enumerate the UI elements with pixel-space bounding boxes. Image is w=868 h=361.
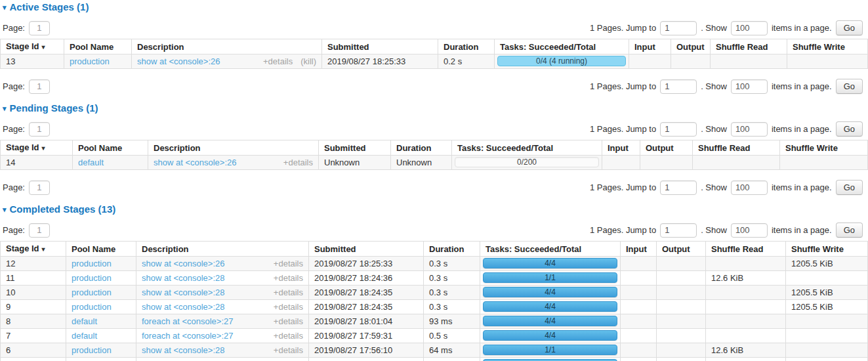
- tasks-progress-bar: 0/4 (4 running): [497, 56, 626, 66]
- details-link[interactable]: +details: [274, 259, 303, 268]
- column-header-label: Tasks: Succeeded/Total: [486, 244, 581, 254]
- column-header-shuffle-read[interactable]: Shuffle Read: [706, 242, 786, 257]
- submitted-cell: 2019/08/27 18:24:35: [309, 286, 424, 300]
- go-button[interactable]: Go: [836, 121, 863, 137]
- description-link[interactable]: foreach at <console>:27: [142, 331, 234, 341]
- pool-link[interactable]: default: [78, 158, 104, 167]
- details-link[interactable]: +details: [274, 287, 303, 297]
- column-header-output[interactable]: Output: [640, 140, 693, 156]
- column-header-output[interactable]: Output: [671, 39, 711, 54]
- tasks-progress-label: 4/4: [545, 259, 556, 268]
- jump-to-page-input[interactable]: [660, 180, 697, 195]
- section-title-active[interactable]: ▾Active Stages (1): [3, 1, 868, 12]
- column-header-shuffle-read[interactable]: Shuffle Read: [711, 39, 787, 54]
- column-header-output[interactable]: Output: [657, 242, 706, 257]
- description-link[interactable]: show at <console>:28: [142, 302, 224, 312]
- column-header-submitted[interactable]: Submitted: [319, 140, 391, 156]
- details-link[interactable]: +details: [263, 56, 293, 66]
- column-header-description[interactable]: Description: [148, 140, 319, 156]
- kill-link[interactable]: (kill): [300, 56, 316, 66]
- column-header-duration[interactable]: Duration: [438, 39, 495, 54]
- pool-link[interactable]: production: [72, 259, 112, 268]
- column-header-input[interactable]: Input: [621, 242, 657, 257]
- column-header-tasks[interactable]: Tasks: Succeeded/Total: [452, 140, 602, 156]
- column-header-stage-id[interactable]: Stage Id▾: [1, 39, 64, 54]
- column-header-tasks[interactable]: Tasks: Succeeded/Total: [495, 39, 629, 54]
- go-button[interactable]: Go: [836, 223, 863, 238]
- pool-link[interactable]: production: [70, 56, 110, 66]
- go-button[interactable]: Go: [836, 20, 863, 35]
- tasks-progress-bar: 4/4: [483, 316, 617, 326]
- page-number-input[interactable]: [29, 180, 50, 195]
- page-number-input[interactable]: [29, 21, 50, 35]
- column-header-submitted[interactable]: Submitted: [309, 242, 424, 257]
- pages-jump-text: 1 Pages. Jump to: [590, 124, 656, 134]
- details-link[interactable]: +details: [283, 158, 313, 167]
- details-link[interactable]: +details: [274, 273, 303, 283]
- details-link[interactable]: +details: [274, 302, 303, 312]
- pool-cell: production: [66, 286, 136, 300]
- details-link[interactable]: +details: [274, 331, 303, 341]
- description-link[interactable]: show at <console>:26: [142, 259, 224, 268]
- column-header-shuffle-read[interactable]: Shuffle Read: [693, 140, 780, 156]
- sort-arrow-icon: ▾: [42, 144, 45, 152]
- column-header-duration[interactable]: Duration: [424, 242, 480, 257]
- jump-to-page-input[interactable]: [660, 79, 697, 94]
- column-header-shuffle-write[interactable]: Shuffle Write: [780, 140, 868, 156]
- input-cell: [621, 271, 657, 286]
- column-header-shuffle-write[interactable]: Shuffle Write: [786, 242, 868, 257]
- pool-link[interactable]: production: [72, 287, 112, 297]
- column-header-label: Output: [662, 244, 690, 254]
- section-title-pending[interactable]: ▾Pending Stages (1): [3, 102, 868, 114]
- column-header-stage-id[interactable]: Stage Id▾: [1, 242, 66, 257]
- items-per-page-input[interactable]: [731, 122, 768, 137]
- column-header-description[interactable]: Description: [136, 242, 309, 257]
- description-link[interactable]: show at <console>:26: [137, 56, 220, 66]
- description-link[interactable]: show at <console>:28: [142, 287, 224, 297]
- details-link[interactable]: +details: [274, 316, 303, 326]
- section-title-completed[interactable]: ▾Completed Stages (13): [3, 203, 868, 215]
- pool-link[interactable]: default: [72, 316, 97, 326]
- column-header-input[interactable]: Input: [629, 39, 671, 54]
- items-per-page-input[interactable]: [731, 79, 768, 94]
- go-button[interactable]: Go: [836, 180, 863, 195]
- column-header-pool[interactable]: Pool Name: [66, 242, 136, 257]
- page-number-input[interactable]: [29, 79, 50, 94]
- items-per-page-input[interactable]: [731, 180, 768, 195]
- column-header-shuffle-write[interactable]: Shuffle Write: [787, 39, 868, 54]
- page-number-input[interactable]: [29, 122, 50, 137]
- column-header-submitted[interactable]: Submitted: [322, 39, 438, 54]
- pagination-bottom: Page:1 Pages. Jump to. Showitems in a pa…: [3, 180, 863, 195]
- column-header-description[interactable]: Description: [132, 39, 322, 54]
- stage-row: 14defaultshow at <console>:26+detailsUnk…: [1, 156, 868, 170]
- jump-to-page-input[interactable]: [660, 122, 697, 137]
- go-button[interactable]: Go: [836, 79, 863, 94]
- pool-link[interactable]: production: [72, 302, 112, 312]
- pool-link[interactable]: default: [72, 331, 97, 341]
- jump-to-page-input[interactable]: [660, 21, 697, 35]
- description-link[interactable]: foreach at <console>:27: [142, 316, 234, 326]
- column-header-input[interactable]: Input: [602, 140, 640, 156]
- page-number-input[interactable]: [29, 223, 50, 238]
- input-cell: [621, 358, 657, 361]
- jump-to-page-input[interactable]: [660, 223, 697, 238]
- description-link[interactable]: show at <console>:26: [154, 158, 236, 167]
- column-header-pool[interactable]: Pool Name: [64, 39, 132, 54]
- details-link[interactable]: +details: [274, 345, 303, 355]
- description-link[interactable]: show at <console>:28: [142, 273, 224, 283]
- column-header-label: Output: [676, 42, 705, 52]
- duration-cell: 93 ms: [424, 314, 480, 329]
- description-link[interactable]: show at <console>:28: [142, 345, 224, 355]
- shuffle-read-cell: [706, 257, 786, 271]
- column-header-duration[interactable]: Duration: [391, 140, 452, 156]
- column-header-tasks[interactable]: Tasks: Succeeded/Total: [480, 242, 621, 257]
- column-header-label: Input: [634, 42, 655, 52]
- pagination-controls: 1 Pages. Jump to. Showitems in a page.Go: [590, 121, 863, 137]
- pool-link[interactable]: production: [72, 273, 112, 283]
- column-header-stage-id[interactable]: Stage Id▾: [1, 140, 73, 156]
- pool-link[interactable]: production: [72, 345, 112, 355]
- items-per-page-input[interactable]: [731, 21, 768, 35]
- column-header-pool[interactable]: Pool Name: [73, 140, 148, 156]
- items-per-page-input[interactable]: [731, 223, 768, 238]
- tasks-progress-label: 1/1: [545, 273, 556, 283]
